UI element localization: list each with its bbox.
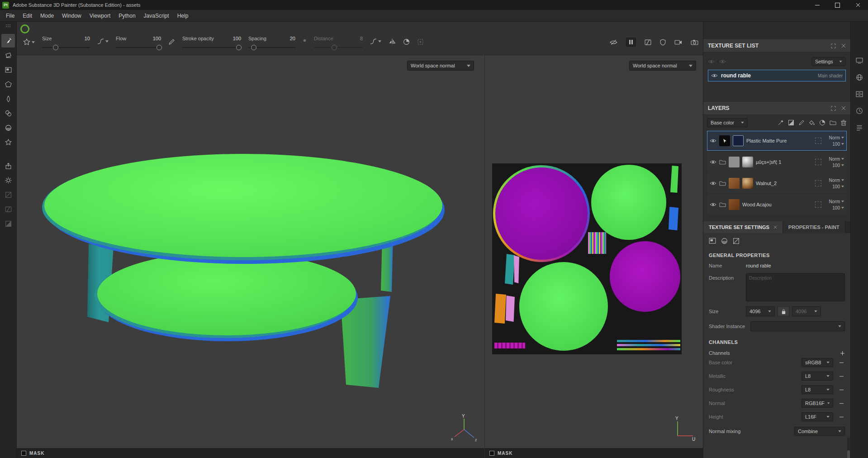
scrollbar-thumb[interactable] (847, 450, 850, 458)
settings-scrollbar[interactable] (847, 438, 850, 455)
post-effects-shield-icon[interactable] (660, 39, 666, 46)
projection-tool[interactable] (1, 63, 15, 76)
tab-properties-paint[interactable]: PROPERTIES - PAINT (783, 221, 845, 233)
menu-file[interactable]: File (2, 10, 19, 21)
menu-javascript[interactable]: JavaScript (140, 10, 173, 21)
layer-effect-icon[interactable] (778, 119, 784, 126)
layer-visibility-icon[interactable] (710, 181, 716, 186)
name-value[interactable]: round rable (746, 263, 771, 268)
record-video-icon[interactable] (674, 40, 682, 45)
hide-ui-icon[interactable] (610, 39, 617, 45)
viewer-settings-icon[interactable] (645, 39, 651, 45)
stroke-opacity-value[interactable]: 100 (233, 36, 241, 43)
spacing-value[interactable]: 20 (290, 36, 295, 43)
menu-window[interactable]: Window (58, 10, 85, 21)
menu-mode[interactable]: Mode (36, 10, 58, 21)
shading-mode-select-3d[interactable]: World space normal (407, 61, 474, 71)
layer-tiling-icon[interactable] (815, 201, 821, 208)
folder-icon[interactable] (719, 181, 726, 186)
layer-content-thumbnail[interactable] (742, 157, 753, 167)
layer-opacity[interactable]: 100 (832, 205, 844, 210)
layer-content-thumbnail[interactable] (742, 178, 753, 189)
viewport-2d[interactable]: World space normal Y U MASK (484, 55, 703, 458)
material-picker-tool[interactable] (1, 121, 15, 134)
pause-engine-icon[interactable] (626, 38, 636, 47)
smudge-tool[interactable] (1, 92, 15, 105)
screenshot-camera-icon[interactable] (691, 39, 698, 45)
layer-blend-mode[interactable]: Norm (829, 135, 844, 140)
folder-icon[interactable] (719, 159, 726, 165)
layer-opacity[interactable]: 100 (832, 142, 844, 147)
viewport-3d[interactable]: World space normal Y x z MASK (17, 55, 484, 458)
layer-blend-mode[interactable]: Norm (829, 157, 844, 162)
layer-row-group-1[interactable]: µûçs+¦sñ¦ 1 Norm 100 (707, 152, 847, 172)
menu-viewport[interactable]: Viewport (85, 10, 114, 21)
add-paint-layer-icon[interactable] (798, 119, 805, 126)
mask-checkbox-2d[interactable] (489, 451, 494, 456)
menu-edit[interactable]: Edit (19, 10, 36, 21)
layer-tiling-icon[interactable] (815, 159, 821, 165)
layer-row-wood-acajou[interactable]: Wood Acajou Norm 100 (707, 195, 847, 215)
layer-blend-mode[interactable]: Norm (829, 178, 844, 183)
shader-instance-select[interactable] (750, 321, 845, 331)
active-brush-preview-icon[interactable] (20, 24, 29, 33)
dock-display-icon[interactable] (856, 57, 863, 64)
brush-preset-icon[interactable] (23, 38, 35, 46)
layer-content-thumbnail[interactable] (729, 199, 740, 210)
add-smart-material-icon[interactable] (819, 119, 825, 126)
texture-set-list-expand-icon[interactable] (831, 43, 836, 48)
add-channel-icon[interactable] (840, 351, 845, 356)
settings-view-uv-icon[interactable] (733, 238, 740, 244)
menu-help[interactable]: Help (173, 10, 193, 21)
texture-set-eye-icon[interactable] (711, 73, 718, 78)
layer-opacity[interactable]: 100 (832, 184, 844, 189)
layer-visibility-icon[interactable] (710, 138, 716, 143)
flow-slider[interactable] (116, 44, 161, 51)
size-slider[interactable] (42, 44, 90, 51)
texture-set-settings-dropdown[interactable]: Settings (811, 57, 846, 66)
remove-channel-icon[interactable] (838, 401, 845, 406)
layer-visibility-icon[interactable] (710, 202, 716, 207)
tab-close-icon[interactable] (773, 225, 777, 229)
stroke-stamp-icon[interactable] (168, 38, 175, 45)
polygon-fill-tool[interactable] (1, 77, 15, 91)
dock-log-icon[interactable] (856, 124, 863, 131)
viewer-mode-icon[interactable] (1, 202, 15, 216)
remove-channel-icon[interactable] (838, 415, 845, 420)
rail-handle-icon[interactable] (5, 24, 11, 28)
close-button[interactable] (848, 0, 868, 10)
particles-tool[interactable] (1, 135, 15, 149)
spacing-slider[interactable] (248, 44, 295, 51)
tab-texture-set-settings[interactable]: TEXTURE SET SETTINGS (703, 221, 783, 233)
remove-channel-icon[interactable] (838, 387, 845, 392)
size-select[interactable]: 4096 (746, 306, 775, 316)
size-lock-button[interactable] (778, 306, 789, 316)
mask-mode-icon[interactable] (1, 217, 15, 230)
table-3d-model[interactable] (17, 55, 484, 448)
layer-mask-icon[interactable] (788, 119, 794, 126)
eraser-tool[interactable] (1, 48, 15, 62)
falloff-curve-icon[interactable] (370, 38, 381, 44)
channel-format-select[interactable]: RGB16F (802, 399, 833, 408)
flow-value[interactable]: 100 (153, 36, 161, 43)
normal-mixing-select[interactable]: Combine (794, 427, 845, 436)
layer-row-walnut-2[interactable]: Walnut_2 Norm 100 (707, 173, 847, 193)
export-textures-icon[interactable] (1, 159, 15, 172)
layer-row-plastic-matte-pure[interactable]: Plastic Matte Pure Norm 100 (707, 131, 847, 151)
description-field[interactable] (746, 273, 845, 301)
dock-assets-icon[interactable] (856, 74, 863, 81)
layer-opacity[interactable]: 100 (832, 163, 844, 168)
layer-mask-thumbnail[interactable] (729, 178, 740, 189)
add-fill-layer-icon[interactable] (809, 119, 815, 126)
uv-mode-icon[interactable] (1, 188, 15, 201)
maximize-button[interactable] (827, 0, 848, 10)
stroke-opacity-slider[interactable] (182, 44, 241, 51)
layers-close-icon[interactable] (841, 106, 846, 110)
radial-symmetry-icon[interactable] (403, 38, 410, 45)
texture-set-row-selected[interactable]: round rable Main shader (708, 70, 846, 81)
menu-python[interactable]: Python (114, 10, 139, 21)
dock-shelf-icon[interactable] (856, 91, 863, 97)
layer-tiling-icon[interactable] (815, 138, 821, 144)
delete-layer-icon[interactable] (840, 119, 847, 126)
channel-format-select[interactable]: L8 (802, 372, 833, 381)
